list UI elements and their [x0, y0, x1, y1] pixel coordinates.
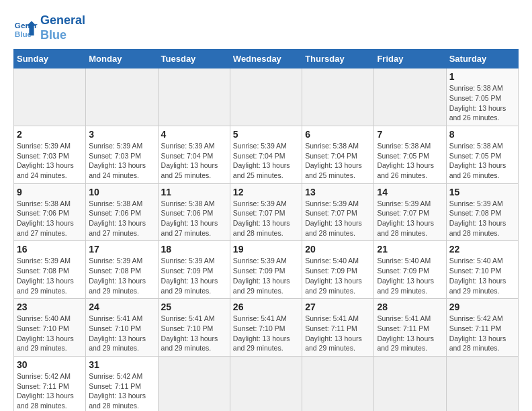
logo-text: General Blue	[40, 13, 85, 42]
weekday-header: Thursday	[302, 50, 374, 68]
day-info: Sunrise: 5:38 AM Sunset: 7:05 PM Dayligh…	[449, 141, 515, 181]
calendar-day: 5 Sunrise: 5:39 AM Sunset: 7:04 PM Dayli…	[230, 126, 302, 183]
calendar-day: 7 Sunrise: 5:38 AM Sunset: 7:05 PM Dayli…	[374, 126, 446, 183]
calendar-day	[86, 68, 158, 126]
calendar-day: 12 Sunrise: 5:39 AM Sunset: 7:07 PM Dayl…	[230, 183, 302, 241]
day-info: Sunrise: 5:41 AM Sunset: 7:10 PM Dayligh…	[161, 314, 227, 353]
calendar-day	[446, 356, 518, 411]
day-info: Sunrise: 5:39 AM Sunset: 7:04 PM Dayligh…	[233, 141, 299, 181]
day-info: Sunrise: 5:42 AM Sunset: 7:11 PM Dayligh…	[449, 314, 515, 353]
day-info: Sunrise: 5:38 AM Sunset: 7:04 PM Dayligh…	[305, 141, 371, 181]
calendar-day: 30 Sunrise: 5:42 AM Sunset: 7:11 PM Dayl…	[14, 356, 86, 411]
logo-icon: General Blue	[13, 16, 38, 40]
calendar-day: 19 Sunrise: 5:39 AM Sunset: 7:09 PM Dayl…	[230, 241, 302, 299]
day-info: Sunrise: 5:41 AM Sunset: 7:10 PM Dayligh…	[233, 314, 299, 353]
calendar-week: 16 Sunrise: 5:39 AM Sunset: 7:08 PM Dayl…	[14, 241, 519, 299]
calendar-day: 8 Sunrise: 5:38 AM Sunset: 7:05 PM Dayli…	[446, 126, 518, 183]
calendar-day: 2 Sunrise: 5:39 AM Sunset: 7:03 PM Dayli…	[14, 126, 86, 183]
calendar-day	[230, 68, 302, 126]
day-number: 18	[161, 244, 227, 255]
calendar-day: 23 Sunrise: 5:40 AM Sunset: 7:10 PM Dayl…	[14, 299, 86, 357]
calendar-day	[374, 356, 446, 411]
day-number: 22	[449, 244, 515, 255]
weekday-row: SundayMondayTuesdayWednesdayThursdayFrid…	[14, 50, 519, 68]
calendar-day: 26 Sunrise: 5:41 AM Sunset: 7:10 PM Dayl…	[230, 299, 302, 357]
calendar-day: 24 Sunrise: 5:41 AM Sunset: 7:10 PM Dayl…	[86, 299, 158, 357]
day-info: Sunrise: 5:38 AM Sunset: 7:06 PM Dayligh…	[17, 199, 83, 238]
calendar-day: 29 Sunrise: 5:42 AM Sunset: 7:11 PM Dayl…	[446, 299, 518, 357]
day-number: 21	[377, 244, 443, 255]
day-number: 6	[305, 129, 371, 140]
calendar-day: 21 Sunrise: 5:40 AM Sunset: 7:09 PM Dayl…	[374, 241, 446, 299]
calendar-day: 22 Sunrise: 5:40 AM Sunset: 7:10 PM Dayl…	[446, 241, 518, 299]
day-info: Sunrise: 5:39 AM Sunset: 7:08 PM Dayligh…	[17, 256, 83, 295]
day-info: Sunrise: 5:41 AM Sunset: 7:11 PM Dayligh…	[305, 314, 371, 353]
day-number: 14	[377, 187, 443, 197]
day-info: Sunrise: 5:38 AM Sunset: 7:06 PM Dayligh…	[89, 199, 154, 238]
day-info: Sunrise: 5:40 AM Sunset: 7:10 PM Dayligh…	[17, 314, 83, 353]
day-number: 12	[233, 187, 299, 197]
calendar-day	[230, 356, 302, 411]
calendar-day: 1 Sunrise: 5:38 AM Sunset: 7:05 PM Dayli…	[446, 68, 518, 126]
calendar-week: 30 Sunrise: 5:42 AM Sunset: 7:11 PM Dayl…	[14, 356, 519, 411]
calendar-day: 28 Sunrise: 5:41 AM Sunset: 7:11 PM Dayl…	[374, 299, 446, 357]
calendar-day	[158, 68, 230, 126]
day-number: 10	[89, 187, 154, 197]
calendar-body: 1 Sunrise: 5:38 AM Sunset: 7:05 PM Dayli…	[14, 68, 519, 411]
day-number: 3	[89, 129, 154, 140]
calendar-day: 27 Sunrise: 5:41 AM Sunset: 7:11 PM Dayl…	[302, 299, 374, 357]
logo: General Blue General Blue	[13, 13, 85, 42]
day-number: 13	[305, 187, 371, 197]
day-info: Sunrise: 5:41 AM Sunset: 7:10 PM Dayligh…	[89, 314, 154, 353]
day-info: Sunrise: 5:40 AM Sunset: 7:10 PM Dayligh…	[449, 256, 515, 295]
day-number: 8	[449, 129, 515, 140]
weekday-header: Tuesday	[158, 50, 230, 68]
day-number: 25	[161, 302, 227, 312]
day-info: Sunrise: 5:39 AM Sunset: 7:03 PM Dayligh…	[17, 141, 83, 181]
calendar-day: 10 Sunrise: 5:38 AM Sunset: 7:06 PM Dayl…	[86, 183, 158, 241]
day-info: Sunrise: 5:39 AM Sunset: 7:09 PM Dayligh…	[233, 256, 299, 295]
calendar-day: 6 Sunrise: 5:38 AM Sunset: 7:04 PM Dayli…	[302, 126, 374, 183]
calendar-day	[302, 356, 374, 411]
day-number: 2	[17, 129, 83, 140]
calendar-week: 1 Sunrise: 5:38 AM Sunset: 7:05 PM Dayli…	[14, 68, 519, 126]
calendar-day	[374, 68, 446, 126]
weekday-header: Saturday	[446, 50, 518, 68]
calendar-day: 16 Sunrise: 5:39 AM Sunset: 7:08 PM Dayl…	[14, 241, 86, 299]
day-number: 17	[89, 244, 154, 255]
calendar-week: 23 Sunrise: 5:40 AM Sunset: 7:10 PM Dayl…	[14, 299, 519, 357]
day-number: 23	[17, 302, 83, 312]
day-info: Sunrise: 5:42 AM Sunset: 7:11 PM Dayligh…	[17, 371, 83, 411]
day-info: Sunrise: 5:39 AM Sunset: 7:07 PM Dayligh…	[305, 199, 371, 238]
calendar-day: 14 Sunrise: 5:39 AM Sunset: 7:07 PM Dayl…	[374, 183, 446, 241]
calendar-day: 15 Sunrise: 5:39 AM Sunset: 7:08 PM Dayl…	[446, 183, 518, 241]
day-info: Sunrise: 5:40 AM Sunset: 7:09 PM Dayligh…	[377, 256, 443, 295]
calendar-day: 13 Sunrise: 5:39 AM Sunset: 7:07 PM Dayl…	[302, 183, 374, 241]
day-info: Sunrise: 5:39 AM Sunset: 7:08 PM Dayligh…	[89, 256, 154, 295]
day-info: Sunrise: 5:39 AM Sunset: 7:09 PM Dayligh…	[161, 256, 227, 295]
page-header: General Blue General Blue	[13, 13, 519, 42]
weekday-header: Monday	[86, 50, 158, 68]
calendar-day: 25 Sunrise: 5:41 AM Sunset: 7:10 PM Dayl…	[158, 299, 230, 357]
day-number: 4	[161, 129, 227, 140]
day-info: Sunrise: 5:39 AM Sunset: 7:07 PM Dayligh…	[377, 199, 443, 238]
weekday-header: Wednesday	[230, 50, 302, 68]
day-number: 20	[305, 244, 371, 255]
day-number: 11	[161, 187, 227, 197]
calendar-day: 17 Sunrise: 5:39 AM Sunset: 7:08 PM Dayl…	[86, 241, 158, 299]
day-number: 28	[377, 302, 443, 312]
calendar-day: 18 Sunrise: 5:39 AM Sunset: 7:09 PM Dayl…	[158, 241, 230, 299]
day-number: 30	[17, 359, 83, 370]
day-info: Sunrise: 5:42 AM Sunset: 7:11 PM Dayligh…	[89, 371, 154, 411]
calendar-day: 9 Sunrise: 5:38 AM Sunset: 7:06 PM Dayli…	[14, 183, 86, 241]
calendar-week: 9 Sunrise: 5:38 AM Sunset: 7:06 PM Dayli…	[14, 183, 519, 241]
day-number: 24	[89, 302, 154, 312]
day-number: 5	[233, 129, 299, 140]
calendar-header: SundayMondayTuesdayWednesdayThursdayFrid…	[14, 50, 519, 68]
day-info: Sunrise: 5:39 AM Sunset: 7:07 PM Dayligh…	[233, 199, 299, 238]
day-info: Sunrise: 5:41 AM Sunset: 7:11 PM Dayligh…	[377, 314, 443, 353]
day-info: Sunrise: 5:39 AM Sunset: 7:03 PM Dayligh…	[89, 141, 154, 181]
day-number: 27	[305, 302, 371, 312]
weekday-header: Friday	[374, 50, 446, 68]
day-info: Sunrise: 5:40 AM Sunset: 7:09 PM Dayligh…	[305, 256, 371, 295]
